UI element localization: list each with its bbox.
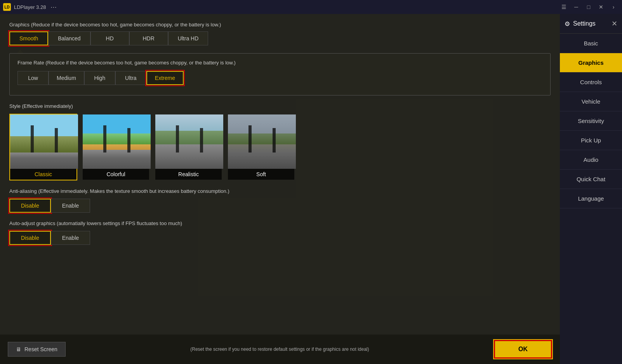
style-realistic-image (155, 114, 223, 169)
minimize-button[interactable]: ─ (571, 3, 582, 11)
title-bar-left: LD LDPlayer 3.28 ⋯ (3, 3, 57, 11)
style-cards: Classic Colorful Realistic (9, 114, 551, 180)
quality-balanced-button[interactable]: Balanced (48, 31, 90, 45)
style-realistic-label: Realistic (155, 169, 222, 180)
more-icon[interactable]: ⋯ (50, 3, 57, 11)
monitor-icon: 🖥 (16, 346, 21, 352)
app-logo: LD (3, 3, 11, 11)
sidebar-item-pickup[interactable]: Pick Up (560, 131, 622, 150)
ok-button[interactable]: OK (494, 340, 552, 359)
style-soft-image (228, 114, 296, 169)
aa-disable-button[interactable]: Disable (9, 199, 51, 213)
auto-adjust-label: Auto-adjust graphics (automatially lower… (9, 220, 551, 226)
tower-left (248, 125, 252, 153)
sidebar-title: ⚙ Settings (565, 20, 596, 28)
style-section: Style (Effective immediately) Classic (9, 103, 551, 180)
content-panel: Graphics (Reduce if the device becomes t… (0, 14, 560, 364)
quality-ultrahd-button[interactable]: Ultra HD (168, 31, 208, 45)
title-bar-controls: ☰ ─ □ ✕ › (558, 3, 619, 11)
sidebar-close-button[interactable]: ✕ (612, 19, 617, 28)
sidebar-item-vehicle[interactable]: Vehicle (560, 92, 622, 111)
style-soft-card[interactable]: Soft (227, 114, 295, 180)
sidebar-item-language[interactable]: Language (560, 189, 622, 208)
bottom-bar: 🖥 Reset Screen (Reset the screen if you … (0, 335, 560, 364)
quality-smooth-button[interactable]: Smooth (9, 31, 48, 45)
auto-adjust-row: Disable Enable (9, 231, 551, 245)
title-bar: LD LDPlayer 3.28 ⋯ ☰ ─ □ ✕ › (0, 0, 622, 14)
main-area: Graphics (Reduce if the device becomes t… (0, 14, 622, 364)
style-soft-label: Soft (228, 169, 294, 180)
auto-enable-button[interactable]: Enable (51, 231, 90, 245)
graphics-quality-row: Smooth Balanced HD HDR Ultra HD (9, 31, 551, 45)
maximize-button[interactable]: □ (583, 3, 594, 11)
tower-right (55, 128, 58, 153)
aa-enable-button[interactable]: Enable (51, 199, 90, 213)
tower-right (200, 128, 203, 153)
tower-left (31, 125, 34, 153)
tower-left (176, 125, 179, 153)
chevron-right-button[interactable]: › (608, 3, 619, 11)
anti-aliasing-label: Anti-aliasing (Effective immediately. Ma… (9, 188, 551, 194)
rate-medium-button[interactable]: Medium (49, 71, 84, 85)
tower-right (273, 128, 276, 153)
rate-low-button[interactable]: Low (17, 71, 49, 85)
reset-screen-button[interactable]: 🖥 Reset Screen (8, 342, 66, 357)
sidebar-item-quickchat[interactable]: Quick Chat (560, 170, 622, 189)
sidebar-item-graphics[interactable]: Graphics (560, 53, 622, 73)
tooltip-arrow (17, 49, 23, 53)
style-classic-card[interactable]: Classic (9, 114, 77, 180)
sidebar-item-basic[interactable]: Basic (560, 34, 622, 53)
style-classic-label: Classic (10, 169, 76, 180)
frame-rate-label: Frame Rate (Reduce if the device becomes… (17, 60, 542, 66)
reset-hint: (Reset the screen if you need to restore… (66, 347, 494, 352)
style-colorful-card[interactable]: Colorful (82, 114, 150, 180)
sidebar-item-controls[interactable]: Controls (560, 73, 622, 92)
tower-right (127, 128, 130, 153)
anti-aliasing-row: Disable Enable (9, 199, 551, 213)
sidebar: ⚙ Settings ✕ Basic Graphics Controls Veh… (560, 14, 622, 364)
sidebar-item-audio[interactable]: Audio (560, 150, 622, 170)
quality-hdr-button[interactable]: HDR (129, 31, 168, 45)
app-name: LDPlayer 3.28 (14, 4, 46, 10)
auto-adjust-section: Auto-adjust graphics (automatially lower… (9, 220, 551, 245)
sidebar-header: ⚙ Settings ✕ (560, 14, 622, 34)
gear-icon: ⚙ (565, 20, 570, 28)
style-classic-image (10, 114, 78, 169)
close-button[interactable]: ✕ (596, 3, 606, 11)
graphics-quality-label: Graphics (Reduce if the device becomes t… (9, 22, 551, 28)
style-label: Style (Effective immediately) (9, 103, 551, 109)
anti-aliasing-section: Anti-aliasing (Effective immediately. Ma… (9, 188, 551, 213)
quality-hd-button[interactable]: HD (90, 31, 129, 45)
frame-rate-row: Low Medium High Ultra Extreme (17, 71, 542, 85)
style-colorful-image (83, 114, 151, 169)
frame-rate-section: Frame Rate (Reduce if the device becomes… (9, 53, 551, 95)
style-realistic-card[interactable]: Realistic (155, 114, 222, 180)
style-colorful-label: Colorful (83, 169, 149, 180)
sidebar-item-sensitivity[interactable]: Sensitivity (560, 111, 622, 131)
rate-ultra-button[interactable]: Ultra (115, 71, 146, 85)
tower-left (103, 125, 106, 153)
menu-button[interactable]: ☰ (558, 3, 569, 11)
auto-disable-button[interactable]: Disable (9, 231, 51, 245)
rate-high-button[interactable]: High (84, 71, 115, 85)
rate-extreme-button[interactable]: Extreme (146, 71, 184, 85)
